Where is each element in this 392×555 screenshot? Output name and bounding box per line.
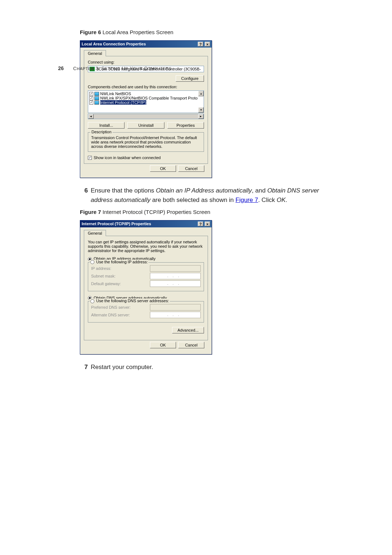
close-icon[interactable]: × <box>205 42 210 46</box>
list-item[interactable]: ✓ NWLink IPX/SPX/NetBIOS Compatible Tran… <box>89 96 203 100</box>
uninstall-button[interactable]: Uninstall <box>127 122 164 129</box>
figure-6-caption: Figure 6 Local Area Properties Screen <box>80 29 327 35</box>
components-label: Components checked are used by this conn… <box>88 85 204 89</box>
list-item[interactable]: ✓ Internet Protocol (TCP/IP) <box>89 100 203 105</box>
ip-address-label: IP address: <box>91 266 150 271</box>
intro-text: You can get IP settings assigned automat… <box>88 240 204 253</box>
page-number: 26 <box>58 65 64 71</box>
tab-general[interactable]: General <box>84 50 106 56</box>
show-icon-checkbox-row[interactable]: ✓ Show icon in taskbar when connected <box>88 155 204 160</box>
dialog-title: Internet Protocol (TCP/IP) Properties <box>82 222 151 226</box>
radio-use-dns[interactable]: Use the following DNS server addresses: <box>90 299 170 303</box>
install-button[interactable]: Install... <box>88 122 124 129</box>
default-gateway-input: ... <box>150 280 201 287</box>
page-header: 26 CHAPTER 3: SETTING UP YOUR COMPUTERS <box>58 65 348 71</box>
protocol-icon <box>94 96 99 100</box>
use-dns-group: Use the following DNS server addresses: … <box>88 301 204 323</box>
protocol-icon <box>94 92 99 96</box>
cancel-button[interactable]: Cancel <box>178 165 204 172</box>
use-ip-group: Use the following IP address: IP address… <box>88 262 204 291</box>
connect-using-label: Connect using: <box>88 60 204 64</box>
checkbox-icon[interactable]: ✓ <box>88 156 92 160</box>
scroll-right-icon[interactable]: ▸ <box>198 114 204 119</box>
figure-7-caption: Figure 7 Internet Protocol (TCP/IP) Prop… <box>80 209 327 215</box>
properties-button[interactable]: Properties <box>167 122 204 129</box>
advanced-button[interactable]: Advanced... <box>172 327 204 333</box>
close-icon[interactable]: × <box>205 222 210 226</box>
default-gateway-label: Default gateway: <box>91 281 150 286</box>
protocol-icon <box>94 101 99 105</box>
subnet-mask-label: Subnet mask: <box>91 274 150 278</box>
help-icon[interactable]: ? <box>198 222 203 226</box>
preferred-dns-input <box>150 304 201 311</box>
checkbox-icon[interactable]: ✓ <box>89 92 93 96</box>
tcp-ip-properties-dialog: Internet Protocol (TCP/IP) Properties ? … <box>80 220 212 355</box>
configure-button[interactable]: Configure <box>176 75 204 82</box>
step-6: 6 Ensure that the options Obtain an IP A… <box>80 186 327 204</box>
checkbox-icon[interactable]: ✓ <box>89 101 93 105</box>
radio-use-ip[interactable]: Use the following IP address: <box>90 260 148 264</box>
step-7: 7 Restart your computer. <box>80 362 327 372</box>
scroll-down-icon[interactable]: ▾ <box>198 107 204 113</box>
cancel-button[interactable]: Cancel <box>178 342 204 348</box>
alternate-dns-input: ... <box>150 312 201 318</box>
ok-button[interactable]: OK <box>150 342 176 348</box>
scroll-left-icon[interactable]: ◂ <box>88 114 94 119</box>
subnet-mask-input: ... <box>150 273 201 279</box>
figure-7-link[interactable]: Figure 7 <box>236 197 258 203</box>
preferred-dns-label: Preferred DNS server: <box>91 305 150 309</box>
radio-icon[interactable] <box>90 260 94 264</box>
help-icon[interactable]: ? <box>198 42 203 46</box>
scroll-up-icon[interactable]: ▴ <box>198 91 204 96</box>
description-text: Transmission Control Protocol/Internet P… <box>91 135 201 149</box>
dialog-title: Local Area Connection Properties <box>82 42 146 46</box>
checkbox-icon[interactable]: ✓ <box>89 96 93 100</box>
dialog-titlebar: Local Area Connection Properties ? × <box>80 41 212 48</box>
chapter-title: CHAPTER 3: SETTING UP YOUR COMPUTERS <box>73 66 172 71</box>
list-item[interactable]: ✓ NWLink NetBIOS <box>89 92 203 96</box>
dialog-titlebar: Internet Protocol (TCP/IP) Properties ? … <box>80 220 212 227</box>
local-area-connection-dialog: Local Area Connection Properties ? × Gen… <box>80 40 212 178</box>
ip-address-input <box>150 265 201 272</box>
tab-general[interactable]: General <box>84 230 106 236</box>
ok-button[interactable]: OK <box>150 165 176 172</box>
radio-icon[interactable] <box>90 299 94 303</box>
description-group: Description Transmission Control Protoco… <box>88 132 204 152</box>
components-listbox[interactable]: ✓ NWLink NetBIOS ✓ NWLink IPX/SPX/NetBIO… <box>88 90 204 113</box>
horizontal-scrollbar[interactable]: ◂ ▸ <box>88 114 204 119</box>
alternate-dns-label: Alternate DNS server: <box>91 313 150 317</box>
